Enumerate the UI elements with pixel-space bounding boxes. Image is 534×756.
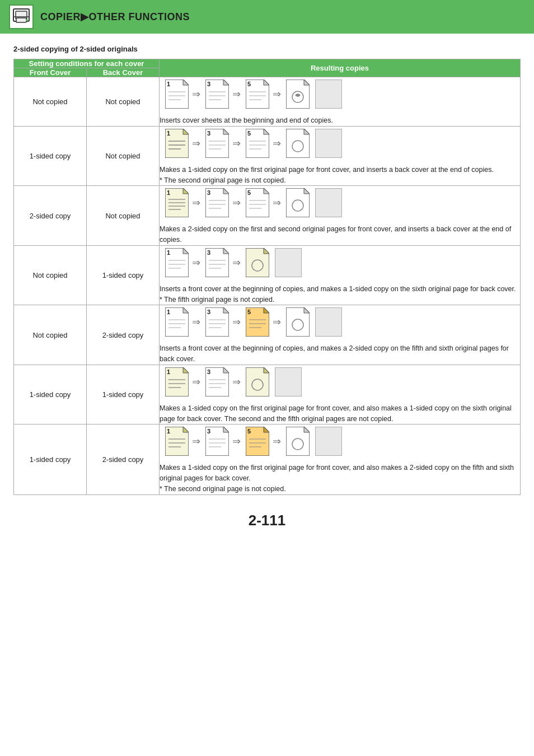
page-icon-5: 5 (246, 80, 269, 109)
page-icon-back (286, 307, 310, 337)
arrow-icon: ⇒ (192, 129, 202, 158)
result-cell: 1 ⇒ (160, 424, 521, 494)
svg-text:5: 5 (247, 189, 251, 196)
svg-text:3: 3 (207, 428, 210, 435)
table-row: 1-sided copy Not copied 1 (14, 126, 521, 186)
svg-text:⇒: ⇒ (192, 376, 200, 388)
page-icon-back (286, 427, 310, 456)
svg-marker-117 (304, 307, 310, 313)
cover-block (315, 80, 342, 109)
page-icon-5: 5 (246, 307, 269, 337)
page-icon-3: 3 (205, 188, 229, 217)
svg-marker-96 (183, 307, 189, 313)
svg-text:3: 3 (207, 130, 210, 137)
result-cell: 1 ⇒ (160, 126, 521, 186)
svg-rect-3 (16, 18, 26, 22)
svg-marker-76 (304, 188, 310, 194)
section-title: 2-sided copying of 2-sided originals (13, 45, 521, 53)
svg-text:1: 1 (167, 309, 170, 315)
page-icon-1: 1 (165, 427, 189, 456)
arrow-icon: ⇒ (273, 80, 283, 109)
page-icon-3: 3 (205, 307, 229, 337)
arrow-icon: ⇒ (232, 129, 242, 158)
page-icon-1: 1 (165, 307, 189, 337)
table-row: Not copied 2-sided copy 1 (14, 305, 521, 365)
cover-block (315, 307, 342, 337)
svg-text:3: 3 (207, 249, 210, 256)
front-cover-cell: 1-sided copy (14, 126, 87, 186)
back-cover-cell: Not copied (87, 186, 160, 246)
svg-marker-37 (223, 129, 229, 134)
main-table: Setting conditions for each cover Result… (13, 59, 521, 495)
svg-text:3: 3 (207, 189, 210, 196)
svg-marker-27 (304, 80, 310, 85)
page-number: 2-111 (13, 512, 521, 529)
cover-block (315, 188, 342, 217)
arrow-icon: ⇒ (273, 427, 283, 456)
svg-marker-120 (183, 367, 189, 373)
page-icon-1: 1 (165, 188, 189, 217)
result-cell: 1 ⇒ (160, 77, 521, 127)
svg-text:1: 1 (167, 189, 170, 196)
arrow-icon: ⇒ (273, 129, 283, 158)
svg-text:⇒: ⇒ (273, 197, 281, 208)
svg-text:⇒: ⇒ (273, 436, 281, 447)
page-icon-back (246, 367, 269, 396)
cover-block (315, 427, 342, 456)
header-resulting: Resulting copies (160, 59, 521, 77)
svg-text:⇒: ⇒ (232, 316, 241, 328)
svg-text:⇒: ⇒ (273, 316, 281, 328)
arrow-icon: ⇒ (192, 367, 202, 396)
arrow-icon: ⇒ (273, 307, 283, 337)
arrow-icon: ⇒ (192, 427, 202, 456)
svg-marker-79 (183, 248, 189, 254)
svg-text:⇒: ⇒ (232, 376, 241, 388)
header-back: Back Cover (87, 68, 160, 77)
svg-marker-86 (223, 248, 229, 254)
page-icon-3: 3 (205, 367, 229, 396)
page-icon-back (286, 188, 310, 217)
page-icon-back (246, 248, 269, 277)
table-row: 1-sided copy 2-sided copy 1 (14, 424, 521, 494)
result-cell: 1 ⇒ (160, 245, 521, 305)
cover-block (275, 248, 302, 277)
result-cell: 1 ⇒ (160, 186, 521, 246)
svg-text:⇒: ⇒ (192, 436, 200, 447)
page-icon-5: 5 (246, 188, 269, 217)
table-row: 2-sided copy Not copied 1 (14, 186, 521, 246)
front-cover-cell: 1-sided copy (14, 365, 87, 424)
svg-text:1: 1 (167, 81, 170, 87)
header-front: Front Cover (14, 68, 87, 77)
svg-marker-69 (264, 188, 269, 194)
svg-marker-62 (223, 188, 229, 194)
svg-text:⇒: ⇒ (192, 197, 200, 208)
page-icon-5: 5 (246, 129, 269, 158)
svg-text:1: 1 (167, 249, 170, 256)
page-icon-back (286, 80, 310, 109)
arrow-icon: ⇒ (232, 248, 242, 277)
table-row: 1-sided copy 1-sided copy 1 (14, 365, 521, 424)
arrow-icon: ⇒ (192, 188, 202, 217)
svg-text:⇒: ⇒ (192, 257, 200, 268)
svg-text:⇒: ⇒ (192, 316, 200, 328)
table-row: Not copied Not copied 1 (14, 77, 521, 127)
svg-marker-54 (183, 188, 189, 194)
svg-text:1: 1 (167, 130, 170, 137)
arrow-icon: ⇒ (192, 307, 202, 337)
cover-block (275, 367, 302, 396)
svg-text:5: 5 (247, 309, 251, 315)
svg-marker-151 (264, 427, 269, 432)
svg-marker-103 (223, 307, 229, 313)
front-cover-cell: 2-sided copy (14, 186, 87, 246)
page-icon-3: 3 (205, 427, 229, 456)
svg-marker-93 (264, 248, 269, 254)
result-description: Makes a 1-sided copy on the first origin… (160, 403, 520, 424)
back-cover-cell: 2-sided copy (87, 305, 160, 365)
page-icon-3: 3 (205, 248, 229, 277)
page-icon-back (286, 129, 310, 158)
front-cover-cell: 1-sided copy (14, 424, 87, 494)
page-icon-5: 5 (246, 427, 269, 456)
svg-marker-158 (304, 427, 310, 432)
svg-text:⇒: ⇒ (232, 88, 241, 100)
back-cover-cell: Not copied (87, 126, 160, 186)
